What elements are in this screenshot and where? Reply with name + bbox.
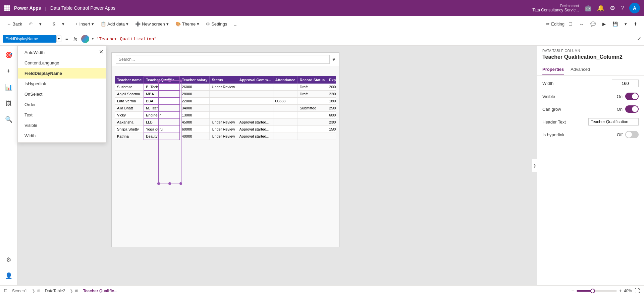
notification-icon[interactable]: 🔔 xyxy=(597,4,604,12)
formula-bar: FieldDisplayName ▾ = fx ▾ "Teacher Quali… xyxy=(0,32,644,46)
breadcrumb-sep1: ❯ xyxy=(32,289,35,293)
prop-width-input[interactable] xyxy=(612,80,639,87)
prop-hyperlink-row: Is hyperlink Off xyxy=(542,131,639,138)
more-toolbar-button[interactable]: ... xyxy=(231,20,240,28)
prop-visible-toggle[interactable] xyxy=(625,93,639,100)
toggle-knob-cangrow xyxy=(632,106,638,112)
breadcrumb-teacher-col[interactable]: Teacher Qualific... xyxy=(80,288,120,294)
svg-rect-0 xyxy=(4,5,6,7)
undo-arrow[interactable]: ▾ xyxy=(37,20,44,28)
sidebar-media-icon[interactable]: 🖼 xyxy=(2,97,15,110)
dropdown-item-autowidth[interactable]: AutoWidth xyxy=(18,47,106,58)
zoom-in-button[interactable]: + xyxy=(619,288,622,294)
fx-button[interactable]: fx xyxy=(72,36,78,42)
prop-can-grow-toggle[interactable] xyxy=(625,105,639,113)
dropdown-item-order[interactable]: Order xyxy=(18,99,106,110)
help-icon[interactable]: ? xyxy=(621,5,624,12)
dropdown-item-fielddisplayname[interactable]: FieldDisplayName xyxy=(18,68,106,79)
dropdown-item-contentlanguage[interactable]: ContentLanguage xyxy=(18,58,106,68)
right-panel-collapse-button[interactable]: ❯ xyxy=(532,159,537,172)
svg-rect-6 xyxy=(4,9,6,11)
theme-arrow: ▾ xyxy=(197,21,199,27)
dropdown-item-width[interactable]: Width xyxy=(18,131,106,141)
dropdown-item-visible[interactable]: Visible xyxy=(18,120,106,131)
col-teacher-qual: Teacher Qualific... xyxy=(144,76,180,84)
tab-properties[interactable]: Properties xyxy=(542,64,564,75)
dropdown-item-ishyperlink[interactable]: IsHyperlink xyxy=(18,79,106,89)
sidebar-user-icon[interactable]: 👤 xyxy=(2,269,15,283)
prop-header-text-input[interactable] xyxy=(588,118,639,126)
breadcrumb-datatable2[interactable]: DataTable2 xyxy=(42,288,68,294)
copilot-icon[interactable]: 🤖 xyxy=(584,4,592,12)
editing-button[interactable]: ✏ Editing xyxy=(546,21,565,27)
breadcrumb: ☐ Screen1 ❯ ⊞ DataTable2 ❯ ⊞ Teacher Qua… xyxy=(4,288,120,294)
dropdown-close-button[interactable]: ✕ xyxy=(99,49,103,55)
publish-button[interactable]: ⬆ xyxy=(631,20,640,28)
add-data-icon: 📋 xyxy=(101,21,106,27)
zoom-out-button[interactable]: − xyxy=(571,288,574,294)
col-approval: Approval Comm... xyxy=(237,76,273,84)
formula-accept-button[interactable]: ✓ xyxy=(637,36,641,42)
datatable-icon: ⊞ xyxy=(37,289,40,293)
expand-button[interactable]: ⛶ xyxy=(635,288,640,294)
sidebar-settings-icon[interactable]: ⚙ xyxy=(2,253,15,266)
avatar[interactable]: A xyxy=(629,3,640,13)
svg-rect-1 xyxy=(6,5,8,7)
property-dropdown-arrow[interactable]: ▾ xyxy=(56,36,61,42)
tab-advanced[interactable]: Advanced xyxy=(571,64,590,75)
sidebar-insert-icon[interactable]: + xyxy=(2,64,15,78)
save-button[interactable]: 💾 xyxy=(610,20,621,28)
zoom-slider[interactable] xyxy=(577,290,617,292)
property-dropdown-panel: ✕ AutoWidth ContentLanguage FieldDisplay… xyxy=(17,46,106,143)
add-data-arrow: ▾ xyxy=(126,21,128,27)
equals-sign: = xyxy=(64,36,69,42)
breadcrumb-screen1[interactable]: Screen1 xyxy=(9,288,30,294)
plus-icon: + xyxy=(75,21,78,27)
dropdown-item-text[interactable]: Text xyxy=(18,110,106,120)
handle-br[interactable] xyxy=(179,182,182,185)
add-data-button[interactable]: 📋 Add data ▾ xyxy=(98,20,131,28)
copy-button[interactable]: ⎘ xyxy=(50,20,58,28)
zoom-value: 40% xyxy=(624,289,632,293)
property-input[interactable]: FieldDisplayName xyxy=(3,35,56,43)
play-button[interactable]: ▶ xyxy=(600,20,608,28)
design-view-button[interactable]: ☐ xyxy=(566,20,575,28)
col-attendance: Attendance xyxy=(273,76,298,84)
settings-icon[interactable]: ⚙ xyxy=(610,4,615,12)
prop-hyperlink-state: Off xyxy=(617,132,623,137)
new-screen-label: New screen xyxy=(142,21,165,27)
property-selector[interactable]: FieldDisplayName ▾ xyxy=(3,35,61,43)
dropdown-item-onselect[interactable]: OnSelect xyxy=(18,89,106,99)
back-label: Back xyxy=(12,21,22,27)
prop-hyperlink-toggle[interactable] xyxy=(625,131,639,138)
color-picker-arrow[interactable]: ▾ xyxy=(92,37,94,41)
formula-input[interactable]: "Teacher Qualification" xyxy=(96,36,632,41)
back-button[interactable]: ← Back xyxy=(4,20,25,28)
search-input[interactable] xyxy=(116,55,330,64)
sidebar-tree-icon[interactable]: 🎯 xyxy=(2,48,15,62)
handle-bm[interactable] xyxy=(168,182,171,185)
comment-button[interactable]: 💬 xyxy=(588,20,598,28)
grid-icon[interactable] xyxy=(4,5,10,11)
sidebar-data-icon[interactable]: 📊 xyxy=(2,81,15,94)
filter-icon[interactable]: ♥ xyxy=(332,57,335,62)
undo-button[interactable]: ↶ xyxy=(26,20,35,28)
sidebar-search-icon[interactable]: 🔍 xyxy=(2,113,15,126)
settings-toolbar-button[interactable]: ⚙ Settings xyxy=(203,20,230,28)
new-screen-icon: ➕ xyxy=(135,21,141,27)
data-table: Teacher name Teacher Qualific... Teacher… xyxy=(115,76,336,140)
theme-button[interactable]: 🎨 Theme ▾ xyxy=(173,20,202,28)
left-sidebar: 🎯 + 📊 🖼 🔍 ⚙ 👤 xyxy=(0,46,17,285)
panel-subtitle: DATA TABLE COLUMN xyxy=(542,49,639,53)
zoom-slider-thumb[interactable] xyxy=(590,289,595,293)
handle-bl[interactable] xyxy=(157,182,160,185)
variable-button[interactable]: ↔ xyxy=(577,20,586,28)
color-picker[interactable] xyxy=(81,35,89,43)
copy-arrow[interactable]: ▾ xyxy=(59,20,67,28)
table-header-row: Teacher name Teacher Qualific... Teacher… xyxy=(115,76,336,84)
save-arrow[interactable]: ▾ xyxy=(622,20,630,28)
col-record-status: Record Status xyxy=(298,76,327,84)
insert-button[interactable]: + Insert ▾ xyxy=(73,20,97,28)
screen-canvas[interactable]: ♥ Teacher name Teacher Qualific... Teach… xyxy=(111,52,339,247)
new-screen-button[interactable]: ➕ New screen ▾ xyxy=(132,20,171,28)
